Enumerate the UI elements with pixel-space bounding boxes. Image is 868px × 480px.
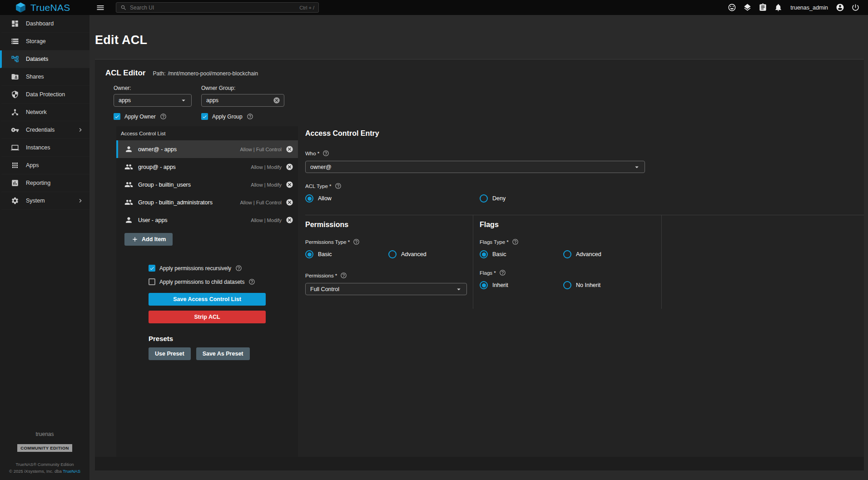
shield-icon [11, 90, 19, 99]
sidebar-item-reporting[interactable]: Reporting [0, 174, 89, 192]
sidebar-item-data-protection[interactable]: Data Protection [0, 86, 89, 104]
save-acl-button[interactable]: Save Access Control List [149, 293, 266, 306]
sidebar-footer: truenas COMMUNITY EDITION TrueNAS® Commu… [0, 431, 89, 474]
topbar-actions: truenas_admin [728, 3, 868, 12]
sidebar-item-instances[interactable]: Instances [0, 139, 89, 157]
feedback-icon[interactable] [728, 3, 736, 12]
hostname-label: truenas [0, 431, 89, 437]
sidebar-item-label: Credentials [26, 127, 55, 133]
flags-inherit-radio[interactable]: Inherit [480, 281, 563, 289]
acl-editor-title: ACL Editor [105, 69, 145, 78]
ace-title: Access Control Entry [305, 129, 864, 138]
card-footer [95, 457, 864, 470]
apply-to-children-checkbox[interactable] [149, 278, 155, 285]
flags-label: Flags * [480, 270, 496, 276]
acl-rule-summary: Allow | Modify [251, 182, 282, 188]
owner-select[interactable]: apps [114, 94, 192, 107]
help-icon[interactable] [353, 238, 360, 245]
person-icon [124, 145, 133, 153]
reporting-icon [11, 179, 19, 187]
remove-entry-icon[interactable] [286, 145, 293, 153]
help-icon[interactable] [322, 150, 329, 157]
remove-entry-icon[interactable] [286, 163, 293, 171]
remove-entry-icon[interactable] [286, 181, 293, 188]
help-icon[interactable] [235, 265, 242, 272]
sidebar-item-network[interactable]: Network [0, 104, 89, 121]
acl-entry-row[interactable]: Group - builtin_administrators Allow | F… [116, 193, 298, 211]
help-icon[interactable] [499, 269, 506, 276]
apply-to-children-label: Apply permissions to child datasets [159, 279, 244, 285]
permissions-label: Permissions * [305, 273, 337, 278]
flags-no-inherit-radio[interactable]: No Inherit [563, 281, 600, 289]
flags-type-basic-radio[interactable]: Basic [480, 250, 563, 258]
sidebar-item-label: Dashboard [26, 20, 54, 27]
permissions-select[interactable]: Full Control [305, 283, 467, 295]
chevron-right-icon [77, 197, 84, 204]
permissions-type-advanced-radio[interactable]: Advanced [388, 250, 427, 258]
truenas-logo[interactable]: TrueNAS [0, 2, 89, 13]
clear-icon[interactable] [273, 97, 280, 104]
apply-owner-checkbox[interactable] [114, 113, 120, 120]
acl-entry-row[interactable]: owner@ - apps Allow | Full Control [116, 140, 298, 158]
acl-list-title: Access Control List [116, 126, 298, 140]
chevron-down-icon [455, 285, 463, 293]
user-avatar-icon[interactable] [836, 3, 844, 12]
help-icon[interactable] [512, 238, 519, 245]
add-item-button[interactable]: Add Item [124, 233, 173, 246]
remove-entry-icon[interactable] [286, 198, 293, 206]
menu-toggle-button[interactable] [96, 3, 105, 12]
acl-type-allow-radio[interactable]: Allow [305, 194, 480, 203]
system-icon [11, 197, 19, 205]
product-line: TrueNAS® Community Edition [0, 462, 89, 467]
network-icon [11, 108, 19, 116]
apply-group-checkbox[interactable] [201, 113, 208, 120]
sidebar-item-system[interactable]: System [0, 192, 89, 210]
use-preset-button[interactable]: Use Preset [149, 347, 191, 360]
sidebar-item-credentials[interactable]: Credentials [0, 121, 89, 139]
acl-entry-row[interactable]: Group - builtin_users Allow | Modify [116, 176, 298, 193]
owner-group-field[interactable]: apps [201, 94, 284, 107]
truenas-link[interactable]: TrueNAS [63, 469, 80, 474]
edition-badge: COMMUNITY EDITION [17, 444, 72, 452]
jobs-icon[interactable] [759, 3, 767, 12]
help-icon[interactable] [160, 113, 167, 120]
sidebar-item-storage[interactable]: Storage [0, 33, 89, 50]
plus-icon [131, 236, 139, 243]
acl-entry-row[interactable]: group@ - apps Allow | Modify [116, 158, 298, 176]
truenas-logo-icon [15, 2, 26, 13]
search-box[interactable]: Ctrl + / [116, 2, 319, 13]
sidebar-item-shares[interactable]: Shares [0, 68, 89, 86]
help-icon[interactable] [248, 278, 255, 285]
help-icon[interactable] [340, 272, 347, 279]
sidebar-item-apps[interactable]: Apps [0, 157, 89, 174]
help-icon[interactable] [247, 113, 253, 120]
acl-type-deny-radio[interactable]: Deny [480, 194, 506, 203]
flags-section: Flags Flags Type * Basic [473, 215, 662, 309]
layers-icon[interactable] [743, 3, 752, 12]
sidebar: Dashboard Storage Datasets Shares Data P… [0, 15, 89, 480]
sidebar-item-datasets[interactable]: Datasets [0, 50, 89, 68]
sidebar-item-label: System [26, 198, 45, 204]
sidebar-item-label: Datasets [26, 56, 48, 62]
who-select[interactable]: owner@ [305, 161, 645, 173]
flags-type-advanced-radio[interactable]: Advanced [563, 250, 601, 258]
search-input[interactable] [130, 5, 299, 11]
chevron-down-icon [179, 96, 188, 104]
group-icon [124, 180, 133, 189]
remove-entry-icon[interactable] [286, 216, 293, 224]
acl-entry-row[interactable]: User - apps Allow | Modify [116, 211, 298, 229]
search-shortcut: Ctrl + / [299, 5, 314, 10]
sidebar-item-label: Network [26, 109, 47, 115]
help-icon[interactable] [335, 183, 342, 189]
sidebar-item-dashboard[interactable]: Dashboard [0, 15, 89, 33]
sidebar-item-label: Storage [26, 38, 46, 45]
power-icon[interactable] [851, 3, 860, 12]
apply-recursively-checkbox[interactable] [149, 265, 155, 272]
permissions-type-basic-radio[interactable]: Basic [305, 250, 388, 258]
alerts-icon[interactable] [774, 3, 783, 12]
username-label: truenas_admin [790, 5, 828, 11]
save-as-preset-button[interactable]: Save As Preset [196, 347, 250, 360]
sidebar-item-label: Reporting [26, 180, 50, 186]
sidebar-item-label: Apps [26, 162, 39, 168]
strip-acl-button[interactable]: Strip ACL [149, 311, 266, 323]
